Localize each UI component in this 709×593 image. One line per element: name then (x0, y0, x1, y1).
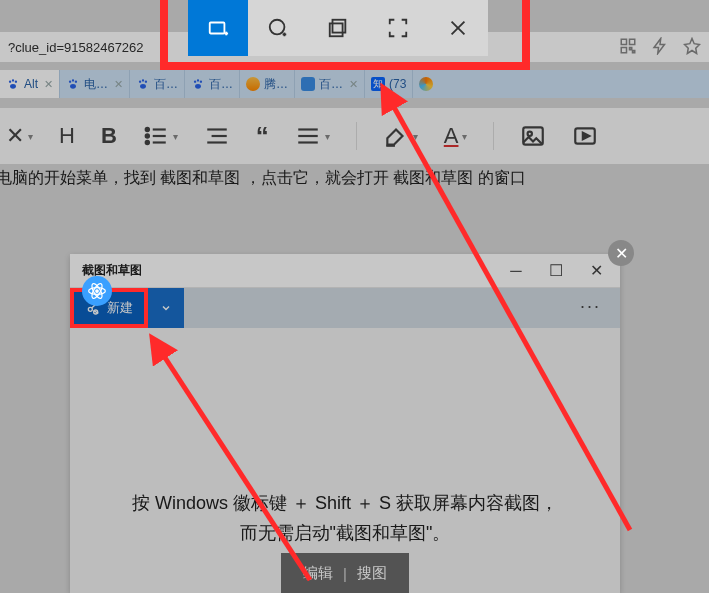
browser-tabs: Alt ✕ 电… ✕ 百… 百… 腾… 百… ✕ 知 (73 (0, 70, 709, 98)
tab-item[interactable]: 百… (130, 70, 185, 98)
svg-point-22 (70, 84, 76, 89)
app-titlebar: 截图和草图 ─ ☐ ✕ (70, 254, 620, 288)
tab-close-icon[interactable]: ✕ (114, 78, 123, 91)
tab-label: 百… (209, 76, 233, 93)
snip-rectangular-button[interactable] (188, 0, 248, 56)
svg-point-29 (200, 81, 202, 83)
snip-sketch-window: 截图和草图 ─ ☐ ✕ 新建 ··· 按 Windows 徽标键 ＋ Shift… (70, 254, 620, 593)
svg-point-18 (10, 84, 16, 89)
tab-item[interactable]: 百… ✕ (295, 70, 365, 98)
svg-point-35 (145, 141, 148, 144)
tab-item[interactable] (413, 70, 439, 98)
svg-rect-0 (621, 39, 626, 44)
window-minimize-button[interactable]: ─ (496, 254, 536, 288)
overlay-close-button[interactable]: ✕ (608, 240, 634, 266)
svg-rect-5 (210, 23, 225, 34)
svg-point-27 (194, 81, 196, 83)
align-button[interactable]: ▾ (295, 123, 330, 149)
new-snip-label: 新建 (107, 299, 133, 317)
highlight-button[interactable]: ▾ (383, 123, 418, 149)
bolt-icon[interactable] (651, 37, 669, 58)
svg-point-16 (12, 79, 14, 81)
svg-point-21 (75, 81, 77, 83)
window-maximize-button[interactable]: ☐ (536, 254, 576, 288)
snip-close-button[interactable] (428, 0, 488, 56)
separator: | (343, 565, 347, 582)
tip-line-2: 而无需启动"截图和草图"。 (70, 518, 620, 548)
fontcolor-button[interactable]: A▾ (444, 123, 468, 149)
search-image-button[interactable]: 搜图 (357, 564, 387, 583)
tab-item[interactable]: Alt ✕ (0, 70, 60, 98)
heading-button[interactable]: H (59, 123, 75, 149)
snip-window-button[interactable] (308, 0, 368, 56)
editor-close-button[interactable]: ✕▾ (6, 123, 33, 149)
svg-point-24 (142, 79, 144, 81)
tab-close-icon[interactable]: ✕ (349, 78, 358, 91)
edit-button[interactable]: 编辑 (303, 564, 333, 583)
svg-point-26 (140, 84, 146, 89)
svg-point-45 (528, 132, 532, 136)
quote-button[interactable]: “ (256, 121, 269, 152)
app-command-bar: 新建 ··· (70, 288, 620, 328)
svg-point-19 (69, 81, 71, 83)
new-snip-split-button[interactable] (148, 288, 184, 328)
article-text: 电脑的开始菜单，找到 截图和草图 ，点击它，就会打开 截图和草图 的窗口 (0, 168, 709, 189)
tab-label: (73 (389, 77, 406, 91)
tab-close-icon[interactable]: ✕ (44, 78, 53, 91)
tab-label: 百… (154, 76, 178, 93)
svg-rect-1 (630, 39, 635, 44)
editor-toolbar: ✕▾ H B ▾ “ ▾ ▾ A▾ (0, 108, 709, 164)
star-icon[interactable] (683, 37, 701, 58)
svg-point-8 (270, 20, 285, 35)
tab-item[interactable]: 腾… (240, 70, 295, 98)
svg-rect-3 (630, 47, 632, 49)
svg-point-25 (145, 81, 147, 83)
list-button[interactable]: ▾ (143, 123, 178, 149)
tab-label: Alt (24, 77, 38, 91)
tip-line-1: 按 Windows 徽标键 ＋ Shift ＋ S 获取屏幕内容截图， (70, 488, 620, 518)
snip-toolbar (188, 0, 488, 56)
svg-rect-2 (621, 47, 626, 52)
video-button[interactable] (572, 123, 598, 149)
svg-point-15 (9, 81, 11, 83)
app-body: 按 Windows 徽标键 ＋ Shift ＋ S 获取屏幕内容截图， 而无需启… (70, 328, 620, 593)
image-button[interactable] (520, 123, 546, 149)
svg-point-31 (145, 128, 148, 131)
addr-right-icons (619, 37, 701, 58)
tab-label: 腾… (264, 76, 288, 93)
tab-item[interactable]: 电… ✕ (60, 70, 130, 98)
tip-text: 按 Windows 徽标键 ＋ Shift ＋ S 获取屏幕内容截图， 而无需启… (70, 488, 620, 548)
tab-item[interactable]: 百… (185, 70, 240, 98)
tab-label: 电… (84, 76, 108, 93)
svg-point-52 (96, 290, 99, 293)
snip-freeform-button[interactable] (248, 0, 308, 56)
svg-point-23 (139, 81, 141, 83)
atom-badge-icon (82, 276, 112, 306)
snip-fullscreen-button[interactable] (368, 0, 428, 56)
bold-button[interactable]: B (101, 123, 117, 149)
bottom-action-bar: 编辑 | 搜图 (281, 553, 409, 593)
more-menu-button[interactable]: ··· (580, 296, 604, 317)
svg-point-28 (197, 79, 199, 81)
tab-item[interactable]: 知 (73 (365, 70, 413, 98)
svg-point-30 (195, 84, 201, 89)
indent-button[interactable] (204, 123, 230, 149)
url-text: ?clue_id=91582467262 (8, 40, 144, 55)
svg-point-20 (72, 79, 74, 81)
tab-label: 百… (319, 76, 343, 93)
svg-point-17 (15, 81, 17, 83)
svg-point-33 (145, 134, 148, 137)
qr-icon[interactable] (619, 37, 637, 58)
svg-rect-4 (633, 50, 635, 52)
